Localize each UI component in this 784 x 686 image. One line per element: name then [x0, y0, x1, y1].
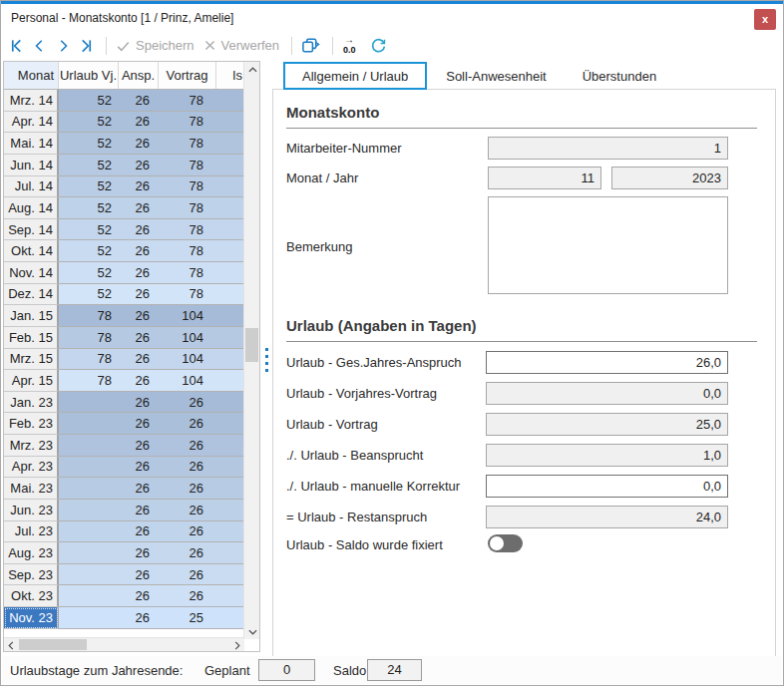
vortrag-cell: 78 — [159, 112, 216, 134]
is-cell — [216, 521, 243, 543]
urlaub-vj-cell: 52 — [59, 240, 119, 262]
month-cell[interactable]: Jan. 15 — [4, 305, 59, 327]
month-cell[interactable]: Apr. 15 — [4, 370, 59, 392]
table-row[interactable]: Apr. 157826104 — [4, 370, 259, 392]
month-cell[interactable]: Apr. 23 — [4, 457, 59, 479]
mitarbeiter-nummer-field: 1 — [488, 137, 728, 160]
table-row[interactable]: Mrz. 14522678 — [4, 90, 259, 112]
table-row[interactable]: Jan. 157826104 — [4, 305, 259, 327]
urlaub-vj-cell: 78 — [59, 327, 119, 349]
first-record-button[interactable] — [9, 38, 24, 54]
column-header-monat[interactable]: Monat — [4, 62, 59, 89]
month-cell[interactable]: Mai. 23 — [4, 478, 59, 500]
table-row[interactable]: Okt. 14522678 — [4, 240, 259, 262]
column-header-vortrag[interactable]: Vortrag — [159, 62, 216, 89]
month-cell[interactable]: Sep. 23 — [4, 564, 59, 586]
month-cell[interactable]: Sep. 14 — [4, 219, 59, 241]
month-cell[interactable]: Jan. 23 — [4, 392, 59, 414]
vertical-scrollbar[interactable] — [243, 62, 259, 639]
refresh-button[interactable] — [370, 37, 387, 54]
table-row[interactable]: Apr. 232626 — [4, 457, 259, 479]
column-header-is[interactable]: Is — [216, 62, 243, 89]
first-record-icon — [9, 38, 24, 54]
save-button[interactable]: Speichern — [116, 38, 195, 53]
table-row[interactable]: Dez. 14522678 — [4, 284, 259, 306]
month-cell[interactable]: Jun. 23 — [4, 500, 59, 521]
scroll-up-icon[interactable] — [244, 62, 260, 77]
table-row[interactable]: Aug. 232626 — [4, 542, 259, 564]
urlaub-field-input[interactable]: 26,0 — [486, 351, 728, 374]
month-cell[interactable]: Aug. 14 — [4, 197, 59, 219]
section-heading-urlaub: Urlaub (Angaben in Tagen) — [286, 317, 477, 334]
table-row[interactable]: Nov. 14522678 — [4, 262, 259, 284]
copy-window-icon — [301, 37, 320, 55]
month-cell[interactable]: Nov. 23 — [4, 607, 59, 629]
table-row[interactable]: Mai. 14522678 — [4, 133, 259, 155]
column-header-urlaub-vj[interactable]: Urlaub Vj. — [59, 62, 119, 89]
scroll-down-icon[interactable] — [244, 624, 260, 639]
table-row[interactable]: Jun. 14522678 — [4, 155, 259, 176]
next-record-button[interactable] — [56, 38, 70, 54]
table-row[interactable]: Jun. 232626 — [4, 500, 259, 521]
urlaub-vj-cell — [59, 435, 119, 457]
table-row[interactable]: Aug. 14522678 — [4, 197, 259, 219]
recalculate-button[interactable]: → 0.0 — [342, 37, 362, 55]
month-cell[interactable]: Feb. 15 — [4, 327, 59, 349]
column-header-ansp[interactable]: Ansp. — [119, 62, 159, 89]
month-cell[interactable]: Aug. 23 — [4, 542, 59, 564]
table-row[interactable]: Jul. 14522678 — [4, 176, 259, 198]
urlaub-field-label: = Urlaub - Restanspruch — [286, 510, 427, 524]
tab-allgemein-urlaub[interactable]: Allgemein / Urlaub — [283, 62, 427, 90]
table-row[interactable]: Apr. 14522678 — [4, 112, 259, 134]
month-cell[interactable]: Jul. 23 — [4, 521, 59, 543]
table-row[interactable]: Mrz. 232626 — [4, 435, 259, 457]
table-row[interactable]: Sep. 14522678 — [4, 219, 259, 241]
urlaub-vj-cell: 78 — [59, 370, 119, 392]
prev-record-button[interactable] — [33, 38, 47, 54]
month-cell[interactable]: Jun. 14 — [4, 155, 59, 176]
month-cell[interactable]: Mrz. 15 — [4, 349, 59, 371]
vertical-scroll-thumb[interactable] — [245, 328, 258, 362]
horizontal-scroll-thumb[interactable] — [19, 639, 87, 650]
discard-button[interactable]: Verwerfen — [203, 38, 280, 53]
month-cell[interactable]: Dez. 14 — [4, 284, 59, 306]
bemerkung-textarea[interactable] — [488, 196, 728, 294]
scroll-left-icon[interactable] — [4, 638, 18, 652]
last-record-button[interactable] — [79, 38, 94, 54]
table-row[interactable]: Jan. 232626 — [4, 392, 259, 414]
monat-field: 11 — [488, 167, 601, 189]
month-cell[interactable]: Mrz. 14 — [4, 90, 59, 112]
table-row[interactable]: Mai. 232626 — [4, 478, 259, 500]
tab-ueberstunden[interactable]: Überstunden — [566, 62, 673, 90]
month-cell[interactable]: Nov. 14 — [4, 262, 59, 284]
month-cell[interactable]: Okt. 14 — [4, 240, 59, 262]
table-row[interactable]: Feb. 232626 — [4, 413, 259, 435]
saldo-fixiert-toggle[interactable] — [488, 534, 523, 552]
month-cell[interactable]: Jul. 14 — [4, 176, 59, 198]
urlaub-field-input[interactable]: 0,0 — [486, 475, 728, 498]
month-cell[interactable]: Feb. 23 — [4, 413, 59, 435]
month-cell[interactable]: Okt. 23 — [4, 585, 59, 607]
ansp-cell: 26 — [119, 176, 159, 198]
is-cell — [216, 392, 243, 414]
close-button[interactable]: x — [754, 9, 776, 30]
ansp-cell: 26 — [119, 262, 159, 284]
ansp-cell: 26 — [119, 90, 159, 112]
tab-soll-anwesenheit[interactable]: Soll-Anwesenheit — [429, 62, 563, 90]
scroll-right-icon[interactable] — [230, 638, 244, 652]
table-row[interactable]: Nov. 232625 — [4, 607, 259, 629]
table-row[interactable]: Feb. 157826104 — [4, 327, 259, 349]
urlaub-vj-cell: 52 — [59, 112, 119, 134]
toolbar: Speichern Verwerfen → 0.0 — [1, 31, 783, 60]
table-row[interactable]: Mrz. 157826104 — [4, 349, 259, 371]
month-cell[interactable]: Mai. 14 — [4, 133, 59, 155]
horizontal-scrollbar[interactable] — [4, 637, 244, 651]
month-cell[interactable]: Mrz. 23 — [4, 435, 59, 457]
is-cell — [216, 607, 243, 629]
month-cell[interactable]: Apr. 14 — [4, 112, 59, 134]
transfer-button[interactable] — [301, 37, 320, 55]
table-row[interactable]: Jul. 232626 — [4, 521, 259, 543]
splitter-handle[interactable] — [263, 348, 269, 378]
table-row[interactable]: Sep. 232626 — [4, 564, 259, 586]
table-row[interactable]: Okt. 232626 — [4, 585, 259, 607]
